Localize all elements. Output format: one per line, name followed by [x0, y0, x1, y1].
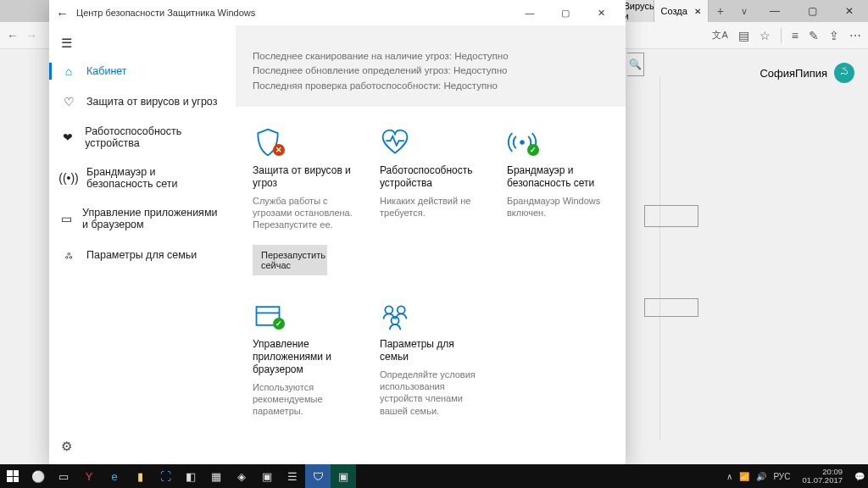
taskbar-app-explorer[interactable]: ▮	[127, 464, 153, 488]
maximize-button[interactable]: ▢	[793, 0, 831, 22]
taskbar-app[interactable]: Y	[76, 464, 102, 488]
taskbar-app[interactable]: ☰	[280, 464, 305, 488]
card-title: Защита от вирусов и угроз	[253, 164, 354, 190]
home-icon: ⌂	[61, 64, 76, 78]
back-icon[interactable]: ←	[7, 29, 19, 42]
close-button[interactable]: ✕	[831, 0, 868, 22]
settings-button[interactable]: ⚙	[49, 429, 236, 464]
clock-date: 01.07.2017	[802, 476, 843, 485]
family-icon	[380, 301, 410, 331]
shield-icon: ♡	[61, 95, 76, 108]
translate-icon[interactable]: 文A	[712, 29, 727, 42]
heart-pulse-icon	[380, 127, 410, 158]
sidebar-item-family[interactable]: ஃ Параметры для семьи	[49, 239, 236, 270]
taskbar-app-store[interactable]: ⛶	[153, 464, 178, 488]
svg-point-3	[385, 306, 392, 313]
start-button[interactable]	[0, 464, 25, 488]
ok-badge-icon: ✓	[273, 318, 285, 330]
card-title: Параметры для семьи	[380, 338, 481, 363]
sidebar-item-label: Защита от вирусов и угроз	[86, 96, 217, 108]
separator	[781, 28, 782, 43]
minimize-button[interactable]: —	[756, 0, 793, 22]
sidebar-item-label: Кабинет	[86, 65, 127, 77]
svg-point-4	[398, 306, 405, 313]
sidebar-item-appcontrol[interactable]: ▭ Управление приложениями и браузером	[49, 198, 236, 239]
taskbar-app[interactable]: ▣	[331, 464, 356, 488]
content-box-fragment	[644, 205, 698, 227]
notes-icon[interactable]: ✎	[809, 29, 819, 42]
hub-icon[interactable]: ≡	[792, 29, 798, 42]
card-title: Брандмауэр и безопасность сети	[507, 164, 609, 190]
card-family[interactable]: Параметры для семьи Определяйте условия …	[380, 299, 481, 418]
card-title: Управление приложениями и браузером	[253, 338, 354, 376]
status-line: Последнее обновление определений угроз: …	[253, 64, 609, 78]
maximize-button[interactable]: ▢	[548, 0, 583, 25]
card-desc: Брандмауэр Windows включен.	[507, 195, 609, 219]
more-icon[interactable]: ⋯	[849, 29, 861, 42]
tab-preview-button[interactable]: ∨	[732, 6, 756, 17]
taskbar-app[interactable]: ◈	[229, 464, 254, 488]
card-virus-protection[interactable]: ✕ Защита от вирусов и угроз Служба работ…	[253, 125, 354, 275]
card-title: Работоспособность устройства	[380, 164, 481, 190]
window-title: Центр безопасности Защитника Windows	[76, 8, 255, 18]
card-desc: Служба работы с угрозами остановлена. Пе…	[253, 195, 354, 231]
card-app-browser[interactable]: ✓ Управление приложениями и браузером Ис…	[253, 299, 354, 418]
taskbar: ⚪ ▭ Y e ▮ ⛶ ◧ ▦ ◈ ▣ ☰ 🛡 ▣ ∧ 📶 🔊 РУС 20:0…	[0, 464, 868, 488]
status-line: Последняя проверка работоспособности: Не…	[253, 79, 609, 93]
card-desc: Используются рекомендуемые параметры.	[253, 381, 354, 418]
tab-label: Созда	[661, 6, 687, 16]
search-button[interactable]: ⚪	[25, 464, 51, 488]
avatar: స	[834, 63, 854, 83]
tray-lang[interactable]: РУС	[773, 472, 790, 481]
new-tab-button[interactable]: +	[709, 4, 732, 18]
heart-icon: ❤	[61, 130, 75, 144]
task-view-button[interactable]: ▭	[51, 464, 76, 488]
hamburger-button[interactable]: ☰	[49, 30, 236, 56]
card-desc: Никаких действий не требуется.	[380, 195, 481, 219]
forward-icon[interactable]: →	[25, 29, 37, 42]
sidebar-item-home[interactable]: ⌂ Кабинет	[49, 56, 236, 86]
sidebar-item-label: Управление приложениями и браузером	[82, 207, 224, 230]
taskbar-app[interactable]: ◧	[178, 464, 203, 488]
panel-border	[659, 76, 660, 441]
sidebar-item-label: Брандмауэр и безопасность сети	[86, 166, 224, 190]
tab-label: Вирусы и	[624, 1, 654, 21]
taskbar-app-edge[interactable]: e	[102, 464, 127, 488]
tray-chevron-icon[interactable]: ∧	[726, 472, 732, 481]
share-icon[interactable]: ⇪	[829, 29, 839, 42]
card-desc: Определяйте условия использования устрой…	[380, 369, 481, 417]
close-button[interactable]: ✕	[583, 0, 619, 25]
user-chip[interactable]: СофияПипия స	[641, 63, 854, 83]
minimize-button[interactable]: —	[512, 0, 548, 25]
family-icon: ஃ	[61, 247, 76, 262]
clock[interactable]: 20:09 01.07.2017	[797, 468, 848, 485]
ok-badge-icon: ✓	[527, 144, 539, 156]
gear-icon: ⚙	[61, 439, 72, 453]
status-strip: Последнее сканирование на наличие угроз:…	[236, 25, 626, 107]
taskbar-app[interactable]: ▣	[254, 464, 280, 488]
sidebar-item-firewall[interactable]: ((•)) Брандмауэр и безопасность сети	[49, 158, 236, 198]
back-button[interactable]: ←	[56, 6, 76, 20]
titlebar: ← Центр безопасности Защитника Windows —…	[49, 0, 626, 25]
card-device-health[interactable]: Работоспособность устройства Никаких дей…	[380, 125, 481, 275]
defender-window: ← Центр безопасности Защитника Windows —…	[49, 0, 626, 464]
error-badge-icon: ✕	[273, 144, 285, 156]
favorite-icon[interactable]: ☆	[760, 29, 771, 42]
close-icon[interactable]: ✕	[694, 7, 701, 16]
tray-network-icon[interactable]: 📶	[739, 472, 749, 481]
sidebar-item-virus[interactable]: ♡ Защита от вирусов и угроз	[49, 86, 236, 117]
card-firewall[interactable]: ✓ Брандмауэр и безопасность сети Брандма…	[507, 125, 609, 275]
restart-button[interactable]: Перезапустить сейчас	[253, 245, 327, 275]
tray-volume-icon[interactable]: 🔊	[756, 472, 766, 481]
reading-icon[interactable]: ▤	[738, 29, 749, 42]
svg-point-5	[392, 317, 399, 324]
taskbar-app-defender[interactable]: 🛡	[305, 464, 331, 488]
taskbar-app[interactable]: ▦	[203, 464, 229, 488]
notifications-icon[interactable]: 💬	[854, 472, 865, 481]
sidebar-item-health[interactable]: ❤ Работоспособность устройства	[49, 117, 236, 158]
svg-point-0	[520, 140, 524, 144]
system-tray[interactable]: ∧ 📶 🔊 РУС 20:09 01.07.2017 💬	[726, 468, 868, 485]
edge-tab-active[interactable]: Созда✕	[654, 0, 709, 22]
sidebar-item-label: Работоспособность устройства	[85, 125, 224, 149]
sidebar: ☰ ⌂ Кабинет ♡ Защита от вирусов и угроз …	[49, 25, 236, 464]
